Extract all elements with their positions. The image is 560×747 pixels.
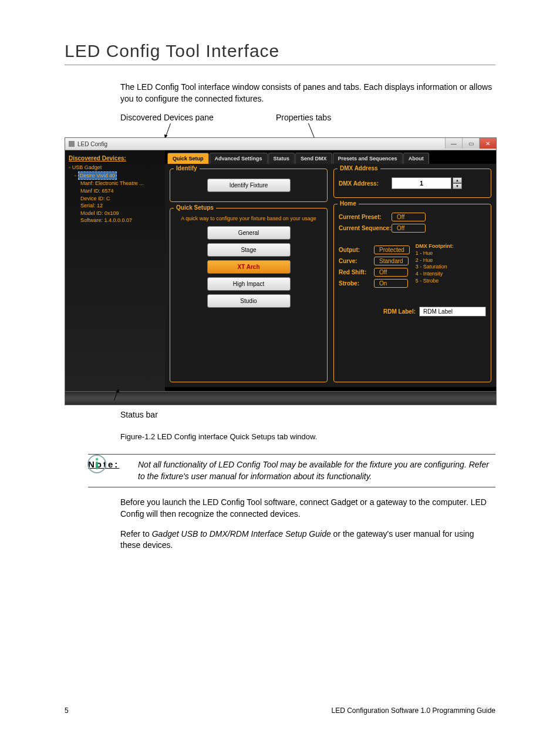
callout-status-bar: Status bar (120, 410, 158, 419)
strobe-value[interactable]: On (374, 279, 408, 288)
dmx-address-group: DMX Address DMX Address: 1 ▲▼ (333, 169, 491, 198)
page-number: 5 (65, 706, 69, 715)
device-info-line: Manf ID: 6574 (80, 187, 161, 195)
output-label: Output: (339, 247, 374, 253)
output-value[interactable]: Protected (374, 245, 410, 254)
red-shift-value[interactable]: Off (374, 268, 408, 277)
window-titlebar: LED Config — ▭ ✕ (65, 138, 496, 150)
note-text: Not all functionality of LED Config Tool… (138, 459, 495, 482)
dmx-address-spinner[interactable]: ▲▼ (453, 177, 462, 189)
app-window: LED Config — ▭ ✕ Discovered Devices: ◦ U… (65, 137, 497, 405)
dmx-footprint: DMX Footprint: 1 - Hue 2 - Hue 3 - Satur… (416, 243, 454, 284)
home-group: Home Current Preset:Off Current Sequence… (333, 204, 491, 382)
app-icon (69, 141, 75, 147)
window-minimize-button[interactable]: — (445, 138, 462, 149)
window-title: LED Config (77, 141, 107, 147)
tree-selected-device[interactable]: Desire Vivid 40 (78, 171, 117, 180)
callout-properties-tabs: Properties tabs (276, 113, 331, 122)
device-info-line: Device ID: C (80, 195, 161, 203)
tree-root[interactable]: ◦ USB Gadget (69, 164, 161, 171)
callout-devices-pane: Discovered Devices pane (120, 113, 214, 122)
dmx-address-input[interactable]: 1 (392, 177, 451, 189)
tab-about[interactable]: About (403, 153, 429, 164)
status-bar (65, 391, 496, 405)
tab-quick-setup[interactable]: Quick Setup (167, 153, 209, 164)
svg-rect-2 (96, 462, 98, 469)
info-icon (87, 454, 107, 474)
rdm-label: RDM Label: (383, 308, 416, 315)
tab-send-dmx[interactable]: Send DMX (295, 153, 332, 164)
current-preset-label: Current Preset: (339, 214, 392, 220)
page-title: LED Config Tool Interface (65, 41, 495, 61)
dmx-address-label: DMX Address: (339, 180, 392, 187)
device-info-line: Manf: Electronic Theatre ... (80, 180, 161, 187)
group-title: Identify (174, 165, 200, 171)
rdm-label-input[interactable]: RDM Label (419, 307, 486, 317)
quick-setup-hint: A quick way to configure your fixture ba… (175, 216, 322, 223)
body-paragraph: Refer to Gadget USB to DMX/RDM Interface… (120, 529, 495, 551)
preset-studio-button[interactable]: Studio (207, 294, 291, 308)
body-paragraph: Before you launch the LED Config Tool so… (120, 497, 495, 520)
current-sequence-value[interactable]: Off (392, 224, 426, 233)
curve-label: Curve: (339, 258, 374, 264)
tab-advanced-settings[interactable]: Advanced Settings (210, 153, 268, 164)
device-info-line: Serial: 12 (80, 202, 161, 210)
window-maximize-button[interactable]: ▭ (462, 138, 479, 149)
identify-fixture-button[interactable]: Identify Fixture (207, 179, 291, 192)
tab-presets-sequences[interactable]: Presets and Sequences (333, 153, 403, 164)
current-preset-value[interactable]: Off (392, 213, 426, 221)
group-title: Home (338, 200, 359, 207)
strobe-label: Strobe: (339, 280, 374, 287)
footer-title: LED Configuration Software 1.0 Programmi… (332, 706, 495, 715)
arrow-icon (165, 123, 171, 138)
preset-xt-arch-button[interactable]: XT Arch (207, 260, 291, 274)
preset-stage-button[interactable]: Stage (207, 243, 291, 257)
quick-setups-group: Quick Setups A quick way to configure yo… (170, 208, 328, 382)
tree-title: Discovered Devices: (69, 155, 161, 161)
svg-point-1 (96, 458, 98, 460)
device-info-line: Software: 1.4.0.0.0.07 (80, 217, 161, 224)
curve-value[interactable]: Standard (374, 257, 409, 265)
group-title: DMX Address (338, 165, 380, 171)
red-shift-label: Red Shift: (339, 269, 374, 275)
window-close-button[interactable]: ✕ (479, 138, 496, 149)
preset-general-button[interactable]: General (207, 226, 291, 240)
preset-high-impact-button[interactable]: High Impact (207, 277, 291, 291)
current-sequence-label: Current Sequence: (339, 225, 392, 231)
intro-paragraph: The LED Config Tool interface window con… (120, 82, 495, 105)
group-title: Quick Setups (174, 204, 216, 211)
discovered-devices-pane: Discovered Devices: ◦ USB Gadget ◦ Desir… (65, 150, 165, 391)
device-info-line: Model ID: 0x109 (80, 210, 161, 217)
heading-rule (65, 65, 495, 65)
figure-caption: Figure-1.2 LED Config interface Quick Se… (120, 432, 495, 441)
property-tabs: Quick Setup Advanced Settings Status Sen… (165, 150, 496, 164)
identify-group: Identify Identify Fixture (170, 169, 328, 202)
note-block: Note: Not all functionality of LED Confi… (88, 454, 495, 487)
tab-status[interactable]: Status (268, 153, 295, 164)
